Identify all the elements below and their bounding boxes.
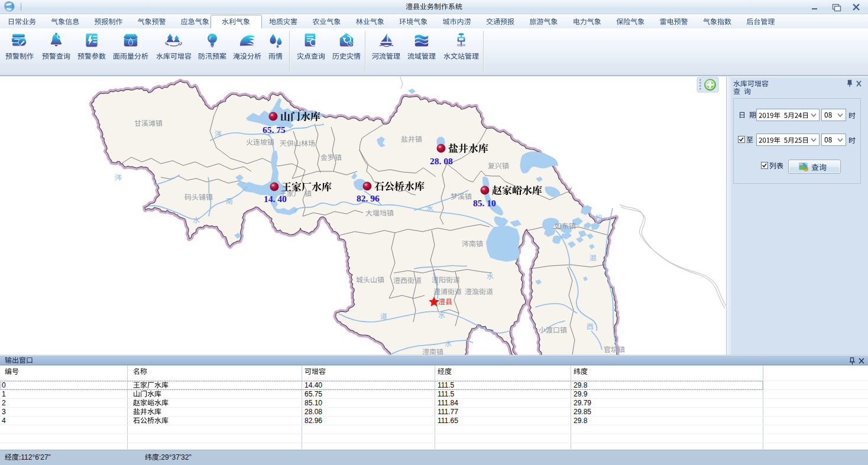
svg-text:28. 08: 28. 08: [430, 156, 453, 166]
svg-text:29.8: 29.8: [574, 417, 588, 425]
svg-text:29.85: 29.85: [574, 408, 591, 416]
svg-text:65.75: 65.75: [305, 390, 322, 398]
svg-text:28.08: 28.08: [305, 408, 322, 416]
svg-text:111.5: 111.5: [438, 381, 455, 389]
svg-text:85.10: 85.10: [305, 399, 322, 407]
svg-text:111.5: 111.5: [438, 390, 455, 398]
svg-text:85. 10: 85. 10: [473, 198, 496, 208]
svg-text:1: 1: [2, 390, 6, 398]
svg-text:112°6'27": 112°6'27": [21, 453, 51, 461]
svg-text:4: 4: [2, 417, 6, 425]
svg-text:0: 0: [2, 381, 6, 389]
svg-text:111.77: 111.77: [438, 408, 458, 416]
svg-text:29.79: 29.79: [574, 399, 591, 407]
svg-text:29°37'32": 29°37'32": [161, 453, 191, 461]
svg-text:82.96: 82.96: [305, 417, 322, 425]
svg-text:14.40: 14.40: [305, 381, 322, 389]
svg-text:14. 40: 14. 40: [264, 194, 287, 204]
svg-text:29.8: 29.8: [574, 381, 588, 389]
svg-text:111.84: 111.84: [438, 399, 458, 407]
svg-text:29.9: 29.9: [574, 390, 588, 398]
svg-text:3: 3: [2, 408, 6, 416]
svg-text:2: 2: [2, 399, 6, 407]
svg-text:65. 75: 65. 75: [263, 125, 286, 135]
svg-text:82. 96: 82. 96: [357, 193, 380, 203]
svg-text:111.65: 111.65: [438, 417, 458, 425]
